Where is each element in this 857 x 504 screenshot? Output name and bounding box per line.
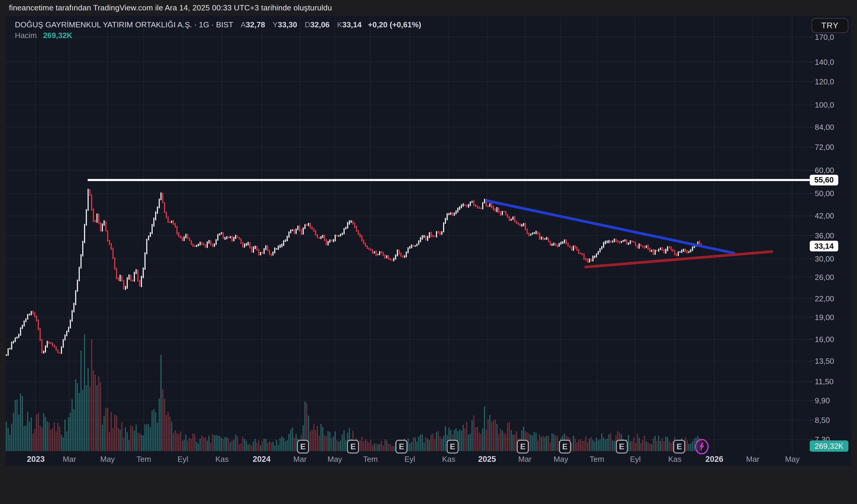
time-tick-month: May [785, 455, 800, 464]
earnings-marker-badge[interactable]: E [396, 440, 407, 453]
change-value: +0,20 (+0,61%) [368, 20, 421, 29]
price-line-badge: 55,60 [810, 175, 838, 186]
price-tick-label: 22,00 [815, 294, 834, 303]
earnings-marker-badge[interactable]: E [559, 440, 571, 453]
price-tick-label: 9,90 [815, 396, 830, 405]
volume-series [6, 334, 702, 451]
price-tick-label: 100,0 [815, 101, 834, 110]
earnings-marker-badge[interactable]: E [297, 440, 309, 453]
open-label: A [240, 20, 246, 29]
price-tick-label: 84,00 [815, 123, 834, 132]
time-tick-month: Kas [215, 455, 229, 464]
price-tick-label: 72,00 [815, 142, 834, 152]
time-tick-month: Mar [746, 455, 759, 464]
time-tick-month: Mar [63, 455, 76, 464]
time-tick-month: Mar [293, 455, 306, 464]
earnings-marker-badge[interactable]: E [616, 440, 628, 453]
time-tick-month: Eyl [404, 455, 415, 464]
price-chart [0, 0, 857, 504]
volume-value: 269,32K [43, 31, 72, 40]
trendline-descending-resistance[interactable] [487, 201, 734, 253]
price-tick-label: 16,00 [815, 335, 834, 344]
last-price-badge: 33,14 [810, 241, 838, 251]
volume-row[interactable]: Hacim 269,32K [15, 31, 72, 40]
tradingview-snapshot: fineancetime tarafından TradingView.com … [0, 0, 857, 504]
flash-event-icon[interactable] [695, 439, 709, 454]
close-label: K [337, 20, 342, 29]
time-tick-month: Eyl [178, 455, 188, 464]
close-value: 33,14 [342, 20, 362, 29]
price-tick-label: 120,0 [815, 77, 834, 86]
price-tick-label: 60,00 [815, 166, 834, 175]
time-tick-month: Kas [668, 455, 682, 464]
earnings-marker-badge[interactable]: E [347, 440, 359, 453]
candlestick-series [6, 189, 702, 356]
time-tick-year: 2026 [705, 455, 723, 464]
price-tick-label: 26,00 [815, 273, 834, 282]
price-tick-label: 13,50 [815, 356, 834, 366]
price-tick-label: 19,00 [815, 313, 834, 322]
price-tick-label: 11,50 [815, 377, 834, 386]
earnings-marker-badge[interactable]: E [447, 440, 458, 453]
time-tick-month: May [554, 455, 568, 464]
time-tick-year: 2025 [478, 455, 496, 464]
high-label: Y [273, 20, 278, 29]
low-label: D [304, 20, 310, 29]
earnings-marker-badge[interactable]: E [673, 440, 685, 453]
price-tick-label: 170,0 [815, 33, 834, 42]
price-tick-label: 140,0 [815, 57, 834, 67]
time-tick-month: Kas [442, 455, 456, 464]
currency-toggle-button[interactable]: TRY [811, 18, 848, 33]
time-tick-year: 2024 [253, 455, 271, 464]
time-tick-month: Tem [363, 455, 377, 464]
volume-label: Hacim [15, 31, 37, 40]
time-tick-month: Mar [518, 455, 532, 464]
footer-bar: TradingView [0, 466, 857, 504]
open-value: 32,78 [246, 20, 265, 29]
earnings-marker-badge[interactable]: E [517, 440, 529, 453]
time-tick-month: Tem [590, 455, 604, 464]
price-tick-label: 36,00 [815, 231, 834, 240]
price-tick-label: 42,00 [815, 211, 834, 221]
time-tick-month: May [100, 455, 115, 464]
price-tick-label: 50,00 [815, 189, 834, 198]
symbol-header[interactable]: DOĞUŞ GAYRİMENKUL YATIRIM ORTAKLIĞI A.Ş.… [15, 20, 421, 30]
time-tick-month: Eyl [630, 455, 640, 464]
price-tick-label: 30,00 [815, 254, 834, 264]
grid [6, 16, 813, 452]
time-tick-month: Tem [136, 455, 151, 464]
low-value: 32,06 [310, 20, 330, 29]
time-tick-month: May [327, 455, 342, 464]
high-value: 33,30 [278, 20, 297, 29]
volume-axis-badge: 269,32K [810, 440, 848, 452]
price-tick-label: 8,50 [815, 415, 830, 425]
symbol-title: DOĞUŞ GAYRİMENKUL YATIRIM ORTAKLIĞI A.Ş.… [15, 20, 233, 29]
time-tick-year: 2023 [27, 455, 45, 464]
